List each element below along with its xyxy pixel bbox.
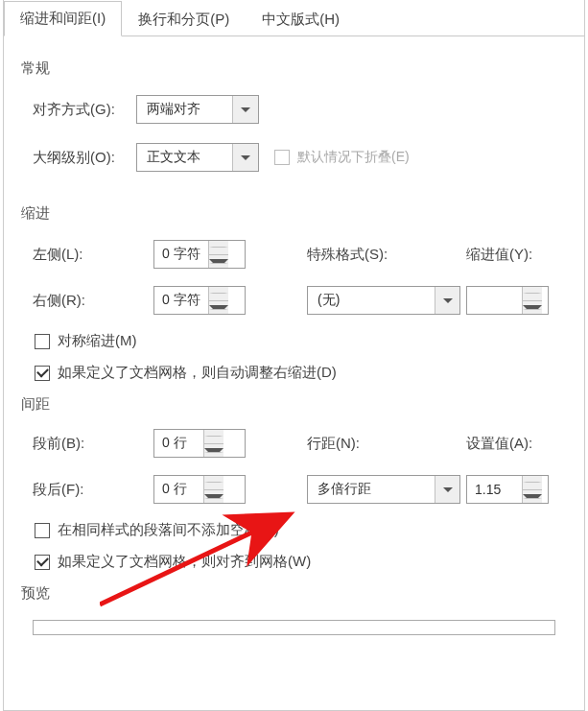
spinner-up-icon[interactable]: [209, 287, 228, 301]
at-label: 设置值(A):: [447, 435, 553, 453]
line-spacing-value: 多倍行距: [308, 476, 435, 503]
by-value: [467, 287, 523, 314]
section-preview-title: 预览: [21, 584, 567, 603]
preview-box: [33, 620, 555, 635]
spinner-up-icon[interactable]: [204, 476, 223, 490]
spinner-down-icon[interactable]: [204, 444, 223, 458]
tab-strip: 缩进和间距(I) 换行和分页(P) 中文版式(H): [4, 0, 584, 36]
alignment-value: 两端对齐: [137, 96, 233, 123]
alignment-select[interactable]: 两端对齐: [136, 95, 259, 124]
spinner-buttons[interactable]: [209, 287, 228, 314]
spinner-up-icon[interactable]: [523, 476, 542, 490]
spinner-up-icon[interactable]: [204, 430, 223, 444]
spinner-buttons[interactable]: [523, 476, 542, 503]
left-spinner[interactable]: 0 字符: [153, 240, 246, 269]
at-value: 1.15: [467, 476, 523, 503]
by-spinner[interactable]: [466, 286, 549, 315]
tab-chinese[interactable]: 中文版式(H): [246, 1, 356, 36]
row-no-space: 在相同样式的段落间不添加空格(C): [21, 521, 567, 539]
section-indent-title: 缩进: [21, 204, 567, 223]
row-space-after: 段后(F): 0 行 多倍行距 1.15: [21, 475, 567, 504]
row-mirror-indent: 对称缩进(M): [21, 332, 567, 350]
section-general-title: 常规: [21, 59, 567, 78]
snap-grid-label: 如果定义了文档网格，则对齐到网格(W): [58, 553, 311, 571]
special-label: 特殊格式(S):: [274, 246, 447, 264]
after-label: 段后(F):: [21, 481, 153, 499]
collapse-checkbox: [274, 150, 290, 165]
section-spacing-title: 间距: [21, 395, 567, 414]
row-indent-right: 右侧(R): 0 字符 (无): [21, 286, 567, 315]
chevron-down-icon: [233, 96, 258, 123]
tab-label: 缩进和间距(I): [20, 10, 106, 28]
before-spinner[interactable]: 0 行: [153, 429, 246, 458]
tab-line-page[interactable]: 换行和分页(P): [122, 1, 246, 36]
at-spinner[interactable]: 1.15: [466, 475, 549, 504]
spinner-down-icon[interactable]: [523, 490, 542, 504]
outline-value: 正文文本: [137, 144, 233, 171]
mirror-label: 对称缩进(M): [58, 332, 137, 350]
line-spacing-select[interactable]: 多倍行距: [307, 475, 460, 504]
dialog-content: 常规 对齐方式(G): 两端对齐 大纲级别(O): 正文文本 默认情况下折叠(E…: [4, 36, 584, 635]
chevron-down-icon: [233, 144, 258, 171]
spinner-down-icon[interactable]: [209, 301, 228, 315]
auto-adjust-label: 如果定义了文档网格，则自动调整右缩进(D): [58, 364, 337, 382]
right-spinner[interactable]: 0 字符: [153, 286, 246, 315]
row-space-before: 段前(B): 0 行 行距(N): 设置值(A):: [21, 429, 567, 458]
row-snap-grid: 如果定义了文档网格，则对齐到网格(W): [21, 553, 567, 571]
after-value: 0 行: [154, 476, 204, 503]
spinner-buttons[interactable]: [204, 476, 223, 503]
collapse-label: 默认情况下折叠(E): [297, 149, 410, 166]
row-outline: 大纲级别(O): 正文文本 默认情况下折叠(E): [21, 143, 567, 172]
outline-select[interactable]: 正文文本: [136, 143, 259, 172]
right-value: 0 字符: [154, 287, 209, 314]
spinner-down-icon[interactable]: [204, 490, 223, 504]
left-label: 左侧(L):: [21, 246, 153, 264]
spinner-up-icon[interactable]: [523, 287, 542, 301]
mirror-checkbox[interactable]: [35, 334, 50, 349]
outline-label: 大纲级别(O):: [21, 149, 136, 167]
before-label: 段前(B):: [21, 435, 153, 453]
alignment-label: 对齐方式(G):: [21, 101, 136, 119]
before-value: 0 行: [154, 430, 204, 457]
tab-label: 中文版式(H): [262, 11, 340, 29]
spinner-buttons[interactable]: [523, 287, 542, 314]
row-auto-adjust: 如果定义了文档网格，则自动调整右缩进(D): [21, 364, 567, 382]
paragraph-dialog: 缩进和间距(I) 换行和分页(P) 中文版式(H) 常规 对齐方式(G): 两端…: [3, 0, 585, 711]
no-space-checkbox[interactable]: [35, 523, 50, 538]
spinner-down-icon[interactable]: [209, 255, 228, 269]
row-alignment: 对齐方式(G): 两端对齐: [21, 95, 567, 124]
spinner-down-icon[interactable]: [523, 301, 542, 315]
by-label: 缩进值(Y):: [447, 246, 553, 264]
row-indent-left: 左侧(L): 0 字符 特殊格式(S): 缩进值(Y):: [21, 240, 567, 269]
line-spacing-label: 行距(N):: [274, 435, 447, 453]
special-select[interactable]: (无): [307, 286, 460, 315]
tab-label: 换行和分页(P): [138, 11, 229, 29]
snap-grid-checkbox[interactable]: [35, 555, 50, 570]
spinner-buttons[interactable]: [204, 430, 223, 457]
left-value: 0 字符: [154, 241, 209, 268]
no-space-label: 在相同样式的段落间不添加空格(C): [58, 521, 279, 539]
spinner-up-icon[interactable]: [209, 241, 228, 255]
auto-adjust-checkbox[interactable]: [35, 366, 50, 381]
after-spinner[interactable]: 0 行: [153, 475, 246, 504]
right-label: 右侧(R):: [21, 292, 153, 310]
spinner-buttons[interactable]: [209, 241, 228, 268]
special-value: (无): [308, 287, 435, 314]
tab-indent-spacing[interactable]: 缩进和间距(I): [4, 1, 122, 36]
